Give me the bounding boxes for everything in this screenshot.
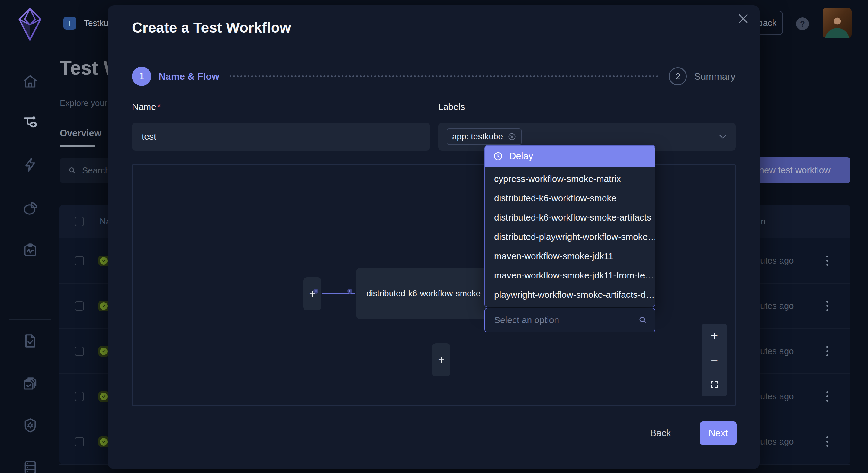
zoom-in-button[interactable]: +: [702, 324, 727, 348]
row-checkbox[interactable]: [74, 301, 84, 311]
sidebar-item-monitoring[interactable]: [21, 241, 39, 259]
canvas-zoom-controls: + −: [702, 324, 727, 396]
stepper: 1 Name & Flow 2 Summary: [132, 67, 736, 86]
help-icon[interactable]: ?: [796, 18, 809, 30]
modal-title: Create a Test Workflow: [132, 19, 291, 36]
step-type-dropdown: Delay cypress-workflow-smoke-matrixdistr…: [485, 145, 655, 307]
sidebar-divider: [9, 319, 51, 320]
sidebar-item-home[interactable]: [21, 73, 39, 91]
search-icon: [638, 315, 648, 325]
sidebar-item-webhooks[interactable]: [21, 416, 39, 434]
step-select-field: [485, 308, 655, 332]
step-2-label: Summary: [694, 71, 736, 82]
chevron-down-icon: [718, 134, 727, 140]
close-icon[interactable]: [737, 12, 750, 25]
dropdown-option[interactable]: maven-workflow-smoke-jdk11-from-te…: [485, 266, 655, 285]
sidebar-item-sources[interactable]: [21, 458, 39, 473]
status-passed-icon: [98, 437, 109, 447]
tab-overview[interactable]: Overview: [60, 128, 101, 139]
column-header-right: n: [761, 216, 766, 227]
row-checkbox[interactable]: [74, 347, 84, 356]
label-tag: app: testkube: [447, 128, 522, 145]
row-time: utes ago: [760, 301, 794, 311]
sidebar-item-create-workflow[interactable]: [21, 114, 39, 132]
select-option-input[interactable]: [494, 315, 638, 325]
row-menu-kebab-icon[interactable]: [825, 344, 830, 358]
row-checkbox[interactable]: [74, 437, 84, 446]
dropdown-options: cypress-workflow-smoke-matrixdistributed…: [485, 167, 655, 307]
sidebar-item-triggers[interactable]: [21, 156, 39, 174]
dropdown-option[interactable]: distributed-k6-workflow-smoke: [485, 189, 655, 208]
status-passed-icon: [98, 301, 109, 311]
status-passed-icon: [98, 346, 109, 357]
sidebar-item-test-suites[interactable]: [21, 374, 39, 392]
row-menu-kebab-icon[interactable]: [825, 299, 830, 313]
row-time: utes ago: [760, 392, 794, 402]
user-avatar[interactable]: [823, 8, 852, 38]
dropdown-option[interactable]: cypress-workflow-smoke-matrix: [485, 169, 655, 189]
add-step-node[interactable]: +: [303, 277, 321, 310]
fit-view-button[interactable]: [702, 372, 727, 396]
create-test-workflow-modal: Create a Test Workflow 1 Name & Flow 2 S…: [108, 5, 760, 469]
row-menu-kebab-icon[interactable]: [825, 390, 830, 403]
edge-handle[interactable]: [347, 289, 352, 294]
step-2-indicator[interactable]: 2: [669, 67, 687, 86]
tab-underline: [60, 145, 95, 147]
sidebar: [0, 48, 60, 473]
dropdown-option[interactable]: maven-workflow-smoke-jdk11: [485, 246, 655, 266]
dropdown-option[interactable]: distributed-k6-workflow-smoke-artifacts: [485, 208, 655, 227]
zoom-out-button[interactable]: −: [702, 348, 727, 372]
step-1-label: Name & Flow: [159, 71, 219, 82]
fit-view-icon: [710, 380, 719, 389]
sidebar-item-insights[interactable]: [21, 199, 39, 217]
select-all-checkbox[interactable]: [74, 217, 84, 226]
row-time: utes ago: [760, 437, 794, 447]
labels-field-label: Labels: [438, 102, 465, 112]
row-checkbox[interactable]: [74, 392, 84, 401]
row-time: utes ago: [760, 256, 794, 266]
row-menu-kebab-icon[interactable]: [825, 435, 830, 448]
required-mark: *: [157, 102, 161, 112]
row-checkbox[interactable]: [74, 256, 84, 266]
dropdown-option[interactable]: distributed-playwright-workflow-smoke…: [485, 227, 655, 246]
dropdown-option-delay[interactable]: Delay: [485, 146, 655, 167]
edge-handle[interactable]: [313, 289, 318, 294]
status-passed-icon: [98, 391, 109, 402]
workflow-node[interactable]: distributed-k6-workflow-smoke: [356, 268, 486, 319]
label-tag-text: app: testkube: [452, 132, 503, 141]
sidebar-item-tests[interactable]: [21, 332, 39, 350]
screen: T Testkube Feedback ?: [0, 0, 868, 473]
testkube-logo-icon[interactable]: [18, 7, 42, 41]
add-step-node[interactable]: +: [432, 343, 450, 376]
back-button[interactable]: Back: [640, 422, 681, 444]
search-icon: [68, 166, 77, 175]
next-button[interactable]: Next: [700, 421, 737, 445]
dropdown-option[interactable]: playwright-workflow-smoke-artifacts-d…: [485, 285, 655, 304]
remove-tag-icon[interactable]: [508, 132, 516, 141]
org-avatar: T: [63, 17, 76, 30]
clock-icon: [493, 151, 503, 161]
stepper-connector: [229, 75, 658, 77]
step-1-indicator[interactable]: 1: [132, 67, 151, 86]
name-input[interactable]: [132, 123, 430, 150]
row-menu-kebab-icon[interactable]: [825, 254, 830, 268]
header-separator: [805, 213, 805, 230]
page-subtitle: Explore your: [60, 98, 107, 108]
name-field-label: Name*: [132, 102, 161, 112]
row-time: utes ago: [760, 346, 794, 356]
status-passed-icon: [98, 256, 109, 266]
